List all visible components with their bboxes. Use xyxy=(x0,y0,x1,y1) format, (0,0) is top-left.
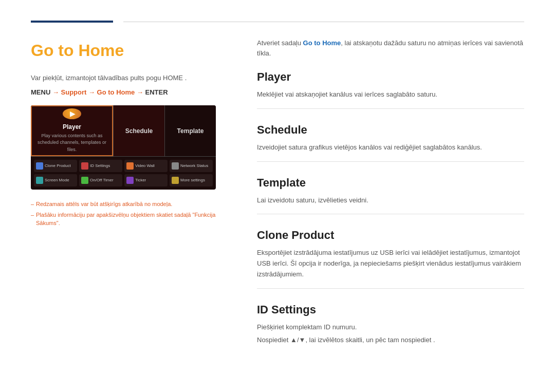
ui-schedule-cell: Schedule xyxy=(113,105,164,156)
grid-label: On/Off Timer xyxy=(90,177,114,183)
grid-label: More settings xyxy=(180,177,205,183)
grid-label: Clone Product xyxy=(45,163,71,169)
section-desc-1: Izveidojiet satura grafikus vietējos kan… xyxy=(257,142,524,153)
section-divider-1 xyxy=(257,161,524,162)
template-cell-title: Template xyxy=(177,126,204,136)
ui-grid-item: Network Status xyxy=(170,160,213,172)
grid-label: ID Settings xyxy=(90,163,110,169)
ui-grid-item: Ticker xyxy=(124,174,168,186)
menu-arrow3: → xyxy=(137,88,145,96)
ui-grid-item: Video Wall xyxy=(124,160,168,172)
ui-grid-item: Screen Mode xyxy=(34,174,77,186)
grid-icon xyxy=(81,177,88,184)
top-bar xyxy=(31,21,524,23)
note-item: Redzamais attēls var būt atšķirīgs atkar… xyxy=(31,200,226,209)
grid-icon xyxy=(172,162,179,170)
menu-label: MENU xyxy=(31,88,52,96)
section-divider-0 xyxy=(257,108,524,109)
top-bar-line xyxy=(123,22,524,22)
section-desc2-4: Nospiediet ▲/▼, lai izvēlētos skaitli, u… xyxy=(257,335,524,346)
page-title: Go to Home xyxy=(31,38,226,63)
grid-icon xyxy=(81,162,88,170)
grid-icon xyxy=(172,177,179,184)
ui-screenshot: Player Play various contents such as sch… xyxy=(31,105,216,190)
menu-enter: ENTER xyxy=(145,88,168,96)
right-intro: Atveriet sadaļu Go to Home, lai atskaņot… xyxy=(257,38,524,58)
section-heading-2: Template xyxy=(257,174,524,191)
ui-bottom-grid: Clone Product ID Settings Video Wall Net… xyxy=(31,157,216,190)
grid-label: Screen Mode xyxy=(45,177,69,183)
page-container: Go to Home Var piekļūt, izmantojot tālva… xyxy=(0,0,555,378)
content-layout: Go to Home Var piekļūt, izmantojot tālva… xyxy=(31,38,524,347)
ui-grid-item: Clone Product xyxy=(34,160,77,172)
sections-container: PlayerMeklējiet vai atskaņojiet kanālus … xyxy=(257,68,524,345)
player-cell-title: Player xyxy=(63,122,81,132)
menu-path: MENU → Support → Go to Home → ENTER xyxy=(31,87,226,98)
menu-arrow2: → xyxy=(88,88,97,96)
player-cell-subtitle: Play various contents such as scheduled … xyxy=(37,133,107,154)
menu-arrow1: → xyxy=(52,88,61,96)
ui-player-cell: Player Play various contents such as sch… xyxy=(31,105,113,156)
grid-icon xyxy=(126,162,134,170)
right-intro-link: Go to Home xyxy=(303,39,341,47)
schedule-cell-title: Schedule xyxy=(125,126,153,136)
ui-grid-item: More settings xyxy=(170,174,213,186)
player-icon xyxy=(63,108,81,119)
section-desc-3: Eksportējiet izstrādājuma iestatījumus u… xyxy=(257,248,524,279)
right-column: Atveriet sadaļu Go to Home, lai atskaņot… xyxy=(257,38,524,347)
intro-text: Var piekļūt, izmantojot tālvadības pults… xyxy=(31,73,226,83)
ui-top-row: Player Play various contents such as sch… xyxy=(31,105,216,157)
ui-template-cell: Template xyxy=(164,105,216,156)
grid-label: Ticker xyxy=(135,177,146,183)
section-desc-0: Meklējiet vai atskaņojiet kanālus vai ie… xyxy=(257,89,524,100)
section-heading-1: Schedule xyxy=(257,121,524,138)
section-heading-3: Clone Product xyxy=(257,227,524,244)
left-column: Go to Home Var piekļūt, izmantojot tālva… xyxy=(31,38,226,347)
ui-grid-item: ID Settings xyxy=(79,160,122,172)
grid-icon xyxy=(36,162,43,170)
note-item: Plašāku informāciju par apakšizvēlņu obj… xyxy=(31,211,226,228)
menu-goto: Go to Home xyxy=(97,88,135,96)
grid-label: Video Wall xyxy=(135,163,155,169)
grid-label: Network Status xyxy=(180,163,208,169)
menu-support: Support xyxy=(61,88,87,96)
grid-icon xyxy=(126,177,134,184)
section-divider-3 xyxy=(257,288,524,289)
section-heading-4: ID Settings xyxy=(257,301,524,318)
section-desc-2: Lai izveidotu saturu, izvēlieties veidni… xyxy=(257,195,524,206)
top-bar-accent xyxy=(31,21,113,23)
notes-section: Redzamais attēls var būt atšķirīgs atkar… xyxy=(31,200,226,228)
section-divider-2 xyxy=(257,214,524,214)
grid-icon xyxy=(36,177,43,184)
section-heading-0: Player xyxy=(257,68,524,85)
section-desc1-4: Piešķiriet komplektam ID numuru. xyxy=(257,322,524,333)
ui-grid-item: On/Off Timer xyxy=(79,174,122,186)
